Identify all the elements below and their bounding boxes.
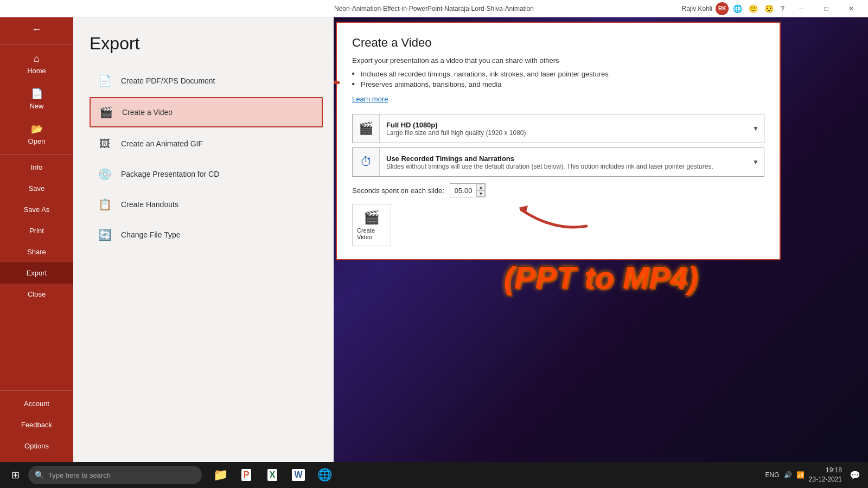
globe-icon[interactable]: 🌐 xyxy=(733,4,742,13)
timing-content: Use Recorded Timings and Narrations Slid… xyxy=(380,151,748,174)
gif-label: Create an Animated GIF xyxy=(121,139,203,148)
help-icon[interactable]: ? xyxy=(780,4,784,13)
export-title: Export xyxy=(90,34,323,54)
excel-icon: X xyxy=(267,469,278,481)
taskbar-search[interactable]: 🔍 Type here to search xyxy=(28,466,202,484)
search-icon: 🔍 xyxy=(35,471,44,479)
taskbar-clock: 19:18 23-12-2021 xyxy=(809,466,842,484)
taskbar-excel[interactable]: X xyxy=(260,463,284,487)
seconds-value: 05.00 xyxy=(450,185,477,196)
timing-icon: ⏱ xyxy=(353,148,380,176)
taskbar-right: ENG 🔊 📶 19:18 23-12-2021 💬 xyxy=(765,466,864,484)
sidebar-item-account[interactable]: Account xyxy=(0,393,73,414)
quality-subtitle: Large file size and full high quality (1… xyxy=(386,129,741,137)
video-panel-title: Create a Video xyxy=(352,36,764,50)
sidebar-top: ← ⌂ Home 📄 New 📂 Open Info Save xyxy=(0,17,73,388)
taskbar-powerpoint[interactable]: P xyxy=(234,463,258,487)
sidebar-item-export[interactable]: Export xyxy=(0,262,73,284)
sidebar-item-options[interactable]: Options xyxy=(0,435,73,457)
info-label: Info xyxy=(31,163,43,171)
seconds-input-group[interactable]: 05.00 ▲ ▼ xyxy=(450,183,486,197)
content-area: Export 📄 Create PDF/XPS Document 🎬 Creat… xyxy=(73,17,868,462)
taskbar-chrome[interactable]: 🌐 xyxy=(312,463,336,487)
sad-icon[interactable]: 😟 xyxy=(764,4,774,13)
export-filetype-item[interactable]: 🔄 Change File Type xyxy=(90,221,323,249)
sidebar-new-label: New xyxy=(29,102,43,110)
sidebar-home-label: Home xyxy=(27,67,46,75)
notification-button[interactable]: 💬 xyxy=(846,466,864,484)
sidebar-item-saveas[interactable]: Save As xyxy=(0,199,73,220)
sidebar-item-save[interactable]: Save xyxy=(0,178,73,199)
saveas-label: Save As xyxy=(24,206,50,214)
learn-more-link[interactable]: Learn more xyxy=(352,95,388,103)
create-video-button[interactable]: 🎬 Create Video xyxy=(352,204,391,246)
export-package-item[interactable]: 💿 Package Presentation for CD xyxy=(90,160,323,188)
maximize-button[interactable]: □ xyxy=(814,0,839,17)
video-panel-description: Export your presentation as a video that… xyxy=(352,56,764,65)
quality-dropdown[interactable]: 🎬 Full HD (1080p) Large file size and fu… xyxy=(352,114,764,143)
sidebar-item-home[interactable]: ⌂ Home xyxy=(0,47,73,81)
sidebar-item-close[interactable]: Close xyxy=(0,284,73,305)
sidebar-item-info[interactable]: Info xyxy=(0,157,73,178)
open-icon: 📂 xyxy=(31,123,43,135)
window-controls: ─ □ ✕ xyxy=(789,0,864,17)
account-label: Account xyxy=(24,400,49,408)
minimize-button[interactable]: ─ xyxy=(789,0,814,17)
back-icon: ← xyxy=(32,24,42,35)
filetype-icon: 🔄 xyxy=(96,226,113,243)
export-video-item[interactable]: 🎬 Create a Video xyxy=(90,97,323,127)
smiley-icon[interactable]: 🙂 xyxy=(749,4,758,13)
user-name: Rajiv Kohli xyxy=(682,5,713,12)
export-pdf-item[interactable]: 📄 Create PDF/XPS Document xyxy=(90,67,323,95)
new-icon: 📄 xyxy=(31,88,43,100)
handouts-label: Create Handouts xyxy=(121,200,178,209)
create-video-icon: 🎬 xyxy=(363,210,380,225)
search-placeholder: Type here to search xyxy=(48,471,111,479)
gif-icon: 🖼 xyxy=(96,135,113,152)
export-gif-item[interactable]: 🖼 Create an Animated GIF xyxy=(90,130,323,158)
arrow-indicator-2 xyxy=(494,183,603,237)
taskbar-word[interactable]: W xyxy=(286,463,310,487)
timing-arrow: ▼ xyxy=(748,158,764,166)
pdf-label: Create PDF/XPS Document xyxy=(121,76,215,85)
sidebar-bottom: Account Feedback Options xyxy=(0,388,73,462)
timing-title: Use Recorded Timings and Narrations xyxy=(386,155,741,163)
spinner-down[interactable]: ▼ xyxy=(476,190,485,197)
sidebar-item-new[interactable]: 📄 New xyxy=(0,81,73,117)
package-label: Package Presentation for CD xyxy=(121,170,219,178)
video-icon: 🎬 xyxy=(97,104,114,121)
taskbar-lang: ENG xyxy=(765,471,780,479)
close-button[interactable]: ✕ xyxy=(839,0,864,17)
titlebar-filename: Neon-Animation-Effect-in-PowerPoint-Nata… xyxy=(334,5,534,12)
taskbar-apps: 📁 P X W 🌐 xyxy=(208,463,336,487)
timing-subtitle: Slides without timings will use the defa… xyxy=(386,163,741,170)
filetype-label: Change File Type xyxy=(121,230,180,239)
powerpoint-icon: P xyxy=(241,469,252,481)
create-video-label: Create Video xyxy=(357,227,386,240)
clock-time: 19:18 xyxy=(809,466,842,475)
seconds-spinner[interactable]: ▲ ▼ xyxy=(476,184,485,197)
quality-content: Full HD (1080p) Large file size and full… xyxy=(380,118,748,140)
spinner-up[interactable]: ▲ xyxy=(476,184,485,190)
options-label: Options xyxy=(24,442,49,450)
export-handouts-item[interactable]: 📋 Create Handouts xyxy=(90,190,323,219)
word-icon: W xyxy=(292,469,304,481)
quality-icon: 🎬 xyxy=(353,114,380,143)
feedback-label: Feedback xyxy=(21,421,52,429)
sidebar-item-feedback[interactable]: Feedback xyxy=(0,414,73,435)
bullet-2: Preserves animations, transitions, and m… xyxy=(352,79,764,89)
sidebar-back-button[interactable]: ← xyxy=(0,17,73,42)
sidebar-item-share[interactable]: Share xyxy=(0,241,73,262)
export-detail: How To Convert Presentation into Video (… xyxy=(334,17,868,462)
sidebar-item-print[interactable]: Print xyxy=(0,220,73,241)
quality-title: Full HD (1080p) xyxy=(386,121,741,129)
export-label: Export xyxy=(27,269,47,277)
seconds-label: Seconds spent on each slide: xyxy=(352,187,444,195)
avatar: RK xyxy=(716,2,729,15)
video-panel-bullets: Includes all recorded timings, narration… xyxy=(352,69,764,89)
sidebar-item-open[interactable]: 📂 Open xyxy=(0,117,73,152)
start-button[interactable]: ⊞ xyxy=(4,464,26,486)
explorer-icon: 📁 xyxy=(213,468,228,482)
taskbar-explorer[interactable]: 📁 xyxy=(208,463,232,487)
timing-dropdown[interactable]: ⏱ Use Recorded Timings and Narrations Sl… xyxy=(352,147,764,177)
